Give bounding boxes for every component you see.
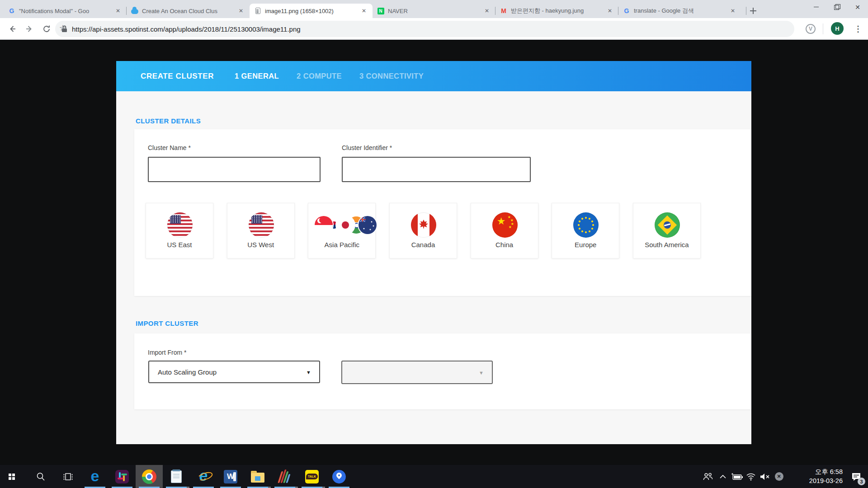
cluster-name-label: Cluster Name * [148, 144, 191, 151]
internet-explorer-icon: e [199, 468, 208, 483]
system-tray: ✕ 오후 6:58 2019-03-26 3 [700, 465, 868, 488]
region-card-canada[interactable]: Canada [389, 203, 457, 258]
notepad-icon [171, 470, 182, 483]
close-tab-icon[interactable] [729, 7, 737, 15]
gmail-favicon-icon: M [500, 7, 507, 14]
refresh-icon[interactable] [39, 21, 54, 37]
tab-gmail-inbox[interactable]: M 받은편지함 - haekyung.jung [495, 4, 618, 18]
wizard-title: CREATE CLUSTER [141, 72, 214, 81]
region-card-china[interactable]: China [471, 203, 538, 258]
region-card-us-west[interactable]: US West [227, 203, 295, 258]
step-compute[interactable]: 2 COMPUTE [297, 72, 342, 80]
tab-google-translate-search[interactable]: G translate - Google 검색 [618, 4, 741, 18]
battery-status[interactable] [730, 465, 744, 488]
action-center-button[interactable]: 3 [846, 465, 866, 488]
chevron-down-icon [479, 369, 484, 376]
cluster-identifier-input[interactable] [342, 157, 531, 182]
map-pin-icon [332, 470, 346, 483]
region-card-asia-pacific[interactable]: Asia Pacific [308, 203, 376, 258]
region-label: Europe [552, 241, 619, 249]
region-card-us-east[interactable]: US East [146, 203, 213, 258]
cluster-name-input[interactable] [148, 157, 321, 182]
chrome-icon [142, 469, 156, 484]
close-tab-icon[interactable] [237, 7, 245, 15]
asia-pacific-flags-icon [315, 215, 371, 235]
taskbar-notepad[interactable] [163, 465, 190, 488]
speaker-muted-icon [760, 473, 770, 480]
disconnected-circle-x-icon: ✕ [775, 472, 783, 481]
notification-count-badge: 3 [858, 478, 865, 485]
cluster-details-heading: CLUSTER DETAILS [136, 117, 201, 125]
taskbar-slack[interactable] [108, 465, 136, 488]
import-source-dropdown-disabled[interactable] [341, 361, 493, 384]
profile-avatar[interactable]: H [831, 22, 844, 35]
tab-title: 받은편지함 - haekyung.jung [511, 7, 606, 15]
windows-logo-icon [9, 474, 11, 476]
volume-status[interactable] [758, 465, 772, 488]
extension-icon[interactable]: V [806, 24, 816, 34]
china-flag-icon [492, 212, 518, 238]
search-icon [36, 472, 46, 482]
back-icon[interactable] [5, 21, 20, 37]
tab-list: G "Notifications Modal" - Goo Create An … [4, 4, 741, 18]
start-button[interactable] [0, 465, 27, 488]
chevron-down-icon [306, 368, 311, 375]
step-general[interactable]: 1 GENERAL [235, 72, 279, 80]
tab-notifications-modal[interactable]: G "Notifications Modal" - Goo [4, 4, 127, 18]
slack-icon [115, 470, 129, 483]
minimize-button[interactable] [806, 0, 826, 14]
close-window-button[interactable] [847, 0, 868, 14]
canada-flag-icon [411, 212, 436, 238]
bookmark-star-icon[interactable] [59, 24, 66, 32]
close-tab-icon[interactable] [114, 7, 122, 15]
tab-naver[interactable]: N NAVER [373, 4, 495, 18]
battery-charging-icon [731, 473, 743, 480]
region-card-south-america[interactable]: South America [633, 203, 701, 258]
task-view-button[interactable] [54, 465, 81, 488]
network-status[interactable] [744, 465, 758, 488]
close-tab-icon[interactable] [483, 7, 491, 15]
restore-button[interactable] [826, 0, 847, 14]
region-label: China [471, 241, 538, 249]
forward-icon[interactable] [22, 21, 37, 37]
taskbar-file-explorer[interactable] [244, 465, 271, 488]
taskbar-chrome-active[interactable] [136, 465, 163, 488]
wifi-icon [746, 473, 756, 481]
tab-create-ocean-cluster[interactable]: Create An Ocean Cloud Clus [127, 4, 250, 18]
browser-toolbar: https://api-assets.spotinst.com/app/uplo… [0, 18, 868, 40]
region-label: South America [633, 241, 700, 249]
tab-image11-active[interactable]: image11.png (1658×1002) [250, 4, 373, 18]
search-button[interactable] [27, 465, 54, 488]
close-tab-icon[interactable] [606, 7, 614, 15]
taskbar-edge[interactable]: e [81, 465, 108, 488]
new-tab-button[interactable] [749, 6, 758, 15]
taskbar-map-app[interactable] [326, 465, 353, 488]
toolbar-divider [823, 23, 823, 34]
taskbar-clock[interactable]: 오후 6:58 2019-03-26 [789, 468, 843, 485]
kakaotalk-icon: TALK [305, 470, 319, 483]
browser-menu-icon[interactable] [853, 23, 863, 35]
sync-status[interactable]: ✕ [772, 465, 786, 488]
wizard-header-bar: CREATE CLUSTER 1 GENERAL 2 COMPUTE 3 CON… [116, 61, 751, 91]
taskbar-kakaotalk[interactable]: TALK [298, 465, 326, 488]
tab-title: translate - Google 검색 [634, 7, 729, 15]
step-connectivity[interactable]: 3 CONNECTIVITY [359, 72, 424, 80]
people-button[interactable] [700, 465, 716, 488]
hidden-icons-button[interactable] [716, 465, 730, 488]
close-tab-icon[interactable] [360, 7, 368, 15]
clock-date: 2019-03-26 [789, 477, 843, 485]
windows-taskbar: e e W TALK ✕ 오후 [0, 465, 868, 488]
import-from-dropdown[interactable]: Auto Scaling Group [148, 361, 320, 383]
taskbar-internet-explorer[interactable]: e [190, 465, 217, 488]
import-cluster-card: Import From * Auto Scaling Group [134, 333, 751, 409]
taskbar-word[interactable]: W [217, 465, 244, 488]
dropdown-value: Auto Scaling Group [158, 368, 217, 376]
url-text: https://api-assets.spotinst.com/app/uplo… [72, 25, 301, 33]
desktop: G "Notifications Modal" - Goo Create An … [0, 0, 868, 488]
region-label: Canada [390, 241, 457, 249]
taskbar-hancom-office[interactable] [271, 465, 298, 488]
address-bar[interactable]: https://api-assets.spotinst.com/app/uplo… [55, 21, 794, 37]
image-viewer-background: CREATE CLUSTER 1 GENERAL 2 COMPUTE 3 CON… [0, 40, 868, 465]
nav-buttons [5, 21, 54, 37]
region-card-europe[interactable]: Europe [552, 203, 619, 258]
